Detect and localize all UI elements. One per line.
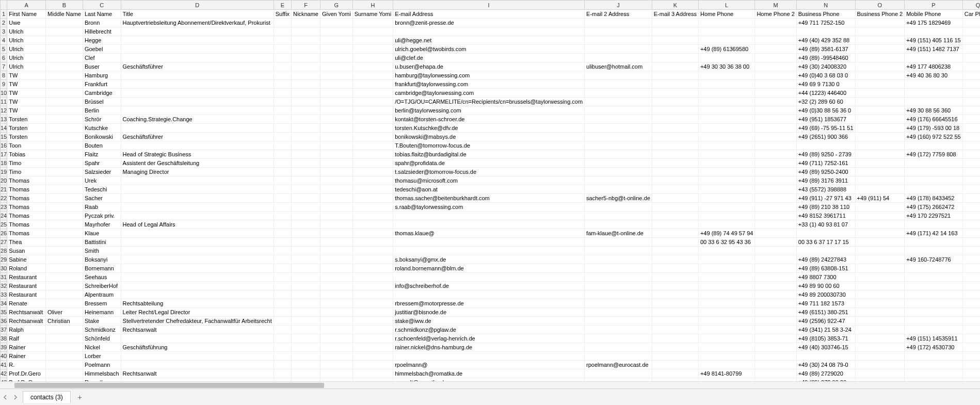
data-cell[interactable]	[962, 247, 980, 255]
data-cell[interactable]	[698, 282, 754, 290]
data-cell[interactable]: Restaurant	[7, 282, 46, 290]
data-cell[interactable]: rpoelmann@eurocast.de	[585, 361, 652, 369]
data-cell[interactable]	[352, 54, 393, 62]
data-cell[interactable]	[46, 203, 83, 212]
row-header[interactable]: 7	[1, 62, 7, 71]
data-cell[interactable]	[698, 247, 754, 255]
data-cell[interactable]: 00 33 6 32 95 43 36	[698, 238, 754, 247]
data-cell[interactable]: fam-klaue@t-online.de	[585, 229, 652, 238]
data-cell[interactable]: Assistent der Geschäftsleitung	[121, 159, 274, 168]
data-cell[interactable]	[352, 106, 393, 115]
data-cell[interactable]	[905, 89, 963, 98]
data-cell[interactable]: +49 (172) 4530730	[905, 343, 963, 352]
data-cell[interactable]: Head of Legal Affairs	[121, 220, 274, 229]
data-cell[interactable]	[855, 212, 905, 220]
data-cell[interactable]	[652, 290, 698, 299]
data-cell[interactable]: +49 (2596) 922-47	[796, 317, 855, 326]
data-cell[interactable]	[292, 290, 320, 299]
data-cell[interactable]: kontakt@torsten-schroer.de	[393, 115, 585, 124]
data-cell[interactable]	[652, 361, 698, 369]
data-cell[interactable]: Ulrich	[7, 54, 46, 62]
data-cell[interactable]	[855, 369, 905, 378]
data-cell[interactable]	[292, 176, 320, 185]
data-cell[interactable]	[292, 71, 320, 80]
row-header[interactable]: 40	[1, 352, 7, 361]
row-header[interactable]: 42	[1, 369, 7, 378]
data-cell[interactable]	[352, 115, 393, 124]
data-cell[interactable]: Rainer	[7, 343, 46, 352]
data-cell[interactable]	[855, 36, 905, 45]
data-cell[interactable]	[274, 124, 291, 133]
data-cell[interactable]: Restaurant	[7, 273, 46, 282]
data-cell[interactable]	[320, 343, 352, 352]
data-cell[interactable]	[121, 89, 274, 98]
data-cell[interactable]	[652, 308, 698, 317]
data-cell[interactable]: +49 40 36 80 30	[905, 71, 963, 80]
data-cell[interactable]: Stellvertretender Chefredakteur, Fachanw…	[121, 317, 274, 326]
data-cell[interactable]	[905, 247, 963, 255]
data-cell[interactable]	[320, 71, 352, 80]
data-cell[interactable]	[320, 150, 352, 159]
data-cell[interactable]	[274, 203, 291, 212]
data-cell[interactable]	[698, 54, 754, 62]
data-cell[interactable]: +49 (341) 21 58 3-24	[796, 326, 855, 334]
data-cell[interactable]	[585, 352, 652, 361]
data-cell[interactable]	[352, 238, 393, 247]
data-cell[interactable]	[755, 80, 796, 89]
data-cell[interactable]	[352, 361, 393, 369]
data-cell[interactable]	[962, 168, 980, 176]
data-cell[interactable]	[320, 290, 352, 299]
data-cell[interactable]	[962, 255, 980, 264]
data-cell[interactable]	[962, 326, 980, 334]
data-cell[interactable]: tedeschi@aon.at	[393, 185, 585, 194]
data-cell[interactable]	[855, 220, 905, 229]
data-cell[interactable]	[855, 54, 905, 62]
data-cell[interactable]	[652, 27, 698, 36]
data-cell[interactable]	[46, 159, 83, 168]
data-cell[interactable]	[352, 45, 393, 54]
data-cell[interactable]: thomasu@microsoft.com	[393, 176, 585, 185]
data-cell[interactable]: spahr@profidata.de	[393, 159, 585, 168]
data-cell[interactable]	[855, 89, 905, 98]
data-cell[interactable]	[905, 27, 963, 36]
data-cell[interactable]	[274, 282, 291, 290]
data-cell[interactable]	[652, 98, 698, 106]
data-cell[interactable]	[352, 124, 393, 133]
data-cell[interactable]	[352, 62, 393, 71]
data-cell[interactable]: +49 (40) 429 352 88	[796, 36, 855, 45]
data-cell[interactable]	[585, 19, 652, 27]
data-cell[interactable]	[755, 299, 796, 308]
data-cell[interactable]	[585, 54, 652, 62]
data-cell[interactable]: Rechtsanwalt	[7, 308, 46, 317]
data-cell[interactable]	[962, 176, 980, 185]
data-cell[interactable]	[652, 247, 698, 255]
data-cell[interactable]: t.salzsieder@tomorrow-focus.de	[393, 168, 585, 176]
data-cell[interactable]	[352, 80, 393, 89]
data-cell[interactable]	[292, 124, 320, 133]
data-cell[interactable]: +49 30 88 56 360	[905, 106, 963, 115]
data-cell[interactable]	[274, 255, 291, 264]
data-cell[interactable]	[855, 308, 905, 317]
data-cell[interactable]	[755, 212, 796, 220]
data-cell[interactable]	[352, 194, 393, 203]
data-cell[interactable]	[755, 290, 796, 299]
data-cell[interactable]: 00 33 6 37 17 17 15	[796, 238, 855, 247]
data-cell[interactable]: Thomas	[7, 220, 46, 229]
data-cell[interactable]	[698, 317, 754, 326]
row-header[interactable]: 11	[1, 98, 7, 106]
data-cell[interactable]: uli@clef.de	[393, 54, 585, 62]
data-cell[interactable]: Brüssel	[83, 98, 121, 106]
data-cell[interactable]: cambridge@taylorwessing.com	[393, 89, 585, 98]
data-cell[interactable]	[698, 185, 754, 194]
data-cell[interactable]	[46, 150, 83, 159]
scrollbar-thumb[interactable]	[14, 383, 324, 388]
row-header[interactable]: 21	[1, 185, 7, 194]
data-cell[interactable]	[755, 27, 796, 36]
data-cell[interactable]	[698, 36, 754, 45]
data-cell[interactable]: Coaching.Strategie.Change	[121, 115, 274, 124]
data-cell[interactable]	[292, 247, 320, 255]
data-cell[interactable]	[46, 352, 83, 361]
data-cell[interactable]	[46, 334, 83, 343]
data-cell[interactable]	[352, 133, 393, 141]
data-cell[interactable]	[755, 176, 796, 185]
